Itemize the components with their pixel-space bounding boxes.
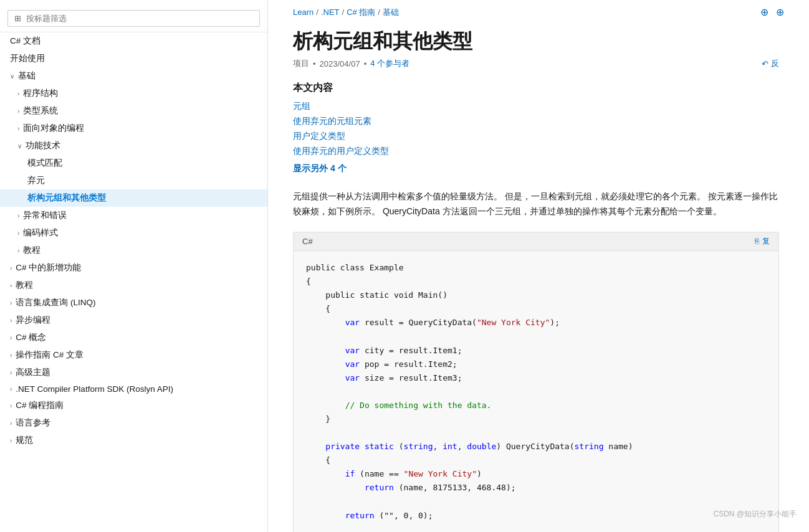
- toc-item-link[interactable]: 使用弃元的元组元素: [293, 116, 371, 126]
- nav-item-label: 面向对象的编程: [23, 123, 84, 134]
- chevron-icon: ∨: [17, 143, 22, 150]
- nav-item-label: 教程: [16, 280, 33, 291]
- nav-item-label: 开始使用: [10, 53, 45, 64]
- main-content: Learn / .NET / C# 指南 / 基础 ⊕ ⊕ 析构元组和其他类型 …: [268, 0, 809, 532]
- sidebar-item-how-to[interactable]: ›操作指南 C# 文章: [0, 346, 267, 364]
- breadcrumb-item-1[interactable]: .NET: [321, 7, 340, 17]
- sidebar-item-concepts[interactable]: ›C# 概念: [0, 329, 267, 346]
- article-intro: 元组提供一种从方法调用中检索多个值的轻量级方法。 但是，一旦检索到元组，就必须处…: [293, 189, 779, 219]
- sidebar-item-discards[interactable]: 弃元: [0, 172, 267, 189]
- nav-item-label: 编码样式: [23, 227, 58, 239]
- code-header: C# ⎘ 复: [294, 232, 778, 251]
- sidebar-item-async[interactable]: ›异步编程: [0, 311, 267, 329]
- sidebar-item-csharp-docs[interactable]: C# 文档: [0, 32, 267, 50]
- code-line: }: [306, 412, 766, 426]
- sidebar-item-tutorials[interactable]: ›教程: [0, 242, 267, 259]
- chevron-icon: ›: [10, 352, 12, 359]
- sidebar-item-csharp-guide[interactable]: ›C# 编程指南: [0, 397, 267, 414]
- nav-item-label: 异步编程: [16, 315, 50, 326]
- sidebar-item-type-system[interactable]: ›类型系统: [0, 102, 267, 120]
- code-line: [306, 495, 766, 509]
- toc-item-link[interactable]: 元组: [293, 101, 310, 111]
- chevron-icon: ›: [17, 230, 19, 237]
- meta-project: 项目: [293, 58, 309, 69]
- toc-more-link[interactable]: 显示另外 4 个: [293, 163, 347, 174]
- chevron-icon: ›: [10, 300, 12, 306]
- code-line: return ("", 0, 0);: [306, 509, 766, 523]
- nav-item-label: 操作指南 C# 文章: [16, 349, 84, 361]
- sidebar-item-functional-tech[interactable]: ∨功能技术: [0, 137, 267, 154]
- copy-button[interactable]: ⎘ 复: [755, 236, 770, 247]
- sidebar-item-program-structure[interactable]: ›程序结构: [0, 85, 267, 102]
- article-meta: 项目 • 2023/04/07 • 4 个参与者 ↶ 反: [293, 58, 779, 69]
- feedback-label: 反: [771, 58, 779, 69]
- code-block: C# ⎘ 复 public class Example{ public stat…: [293, 232, 779, 532]
- sidebar-item-roslyn[interactable]: ›.NET Compiler Platform SDK (Roslyn API): [0, 381, 267, 397]
- chevron-icon: ›: [10, 317, 12, 324]
- nav-item-label: 规范: [16, 435, 33, 446]
- globe-icon[interactable]: ⊕: [760, 6, 768, 18]
- chevron-icon: ›: [10, 282, 12, 289]
- nav-item-label: 异常和错误: [23, 210, 67, 221]
- sidebar-item-spec[interactable]: ›规范: [0, 432, 267, 449]
- chevron-icon: ›: [17, 125, 19, 132]
- nav-item-label: C# 编程指南: [16, 400, 64, 411]
- sidebar-item-lang-ref[interactable]: ›语言参考: [0, 414, 267, 432]
- chevron-icon: ›: [10, 420, 12, 427]
- nav-item-label: 高级主题: [16, 367, 50, 378]
- code-line: {: [306, 302, 766, 316]
- toc-title: 本文内容: [293, 82, 779, 95]
- chevron-icon: ›: [10, 386, 12, 392]
- nav-list: C# 文档开始使用∨基础›程序结构›类型系统›面向对象的编程∨功能技术模式匹配弃…: [0, 32, 267, 449]
- breadcrumb-item-3[interactable]: 基础: [383, 7, 399, 18]
- toc-item-link[interactable]: 用户定义类型: [293, 131, 345, 141]
- chevron-icon: ›: [10, 402, 12, 409]
- chevron-icon: ›: [10, 437, 12, 444]
- nav-item-label: 弃元: [27, 175, 45, 186]
- breadcrumb-separator: /: [342, 7, 345, 17]
- chevron-icon: ›: [10, 335, 12, 341]
- code-line: {: [306, 454, 766, 467]
- nav-item-label: 模式匹配: [27, 158, 62, 169]
- code-line: [306, 426, 766, 440]
- nav-item-label: C# 中的新增功能: [16, 262, 81, 273]
- sidebar-item-oop[interactable]: ›面向对象的编程: [0, 120, 267, 137]
- feedback-button[interactable]: ↶ 反: [762, 58, 779, 69]
- sidebar-item-tutorials2[interactable]: ›教程: [0, 277, 267, 294]
- chevron-icon: ∨: [10, 73, 14, 80]
- sidebar-item-getting-started[interactable]: 开始使用: [0, 50, 267, 67]
- meta-dot2: •: [364, 59, 367, 69]
- sidebar: ⊞ C# 文档开始使用∨基础›程序结构›类型系统›面向对象的编程∨功能技术模式匹…: [0, 0, 268, 532]
- breadcrumb-bar: Learn / .NET / C# 指南 / 基础 ⊕ ⊕: [268, 0, 809, 23]
- chevron-icon: ›: [17, 247, 19, 254]
- sidebar-item-new-features[interactable]: ›C# 中的新增功能: [0, 259, 267, 277]
- meta-dot: •: [313, 59, 316, 69]
- breadcrumb-item-0[interactable]: Learn: [293, 7, 314, 17]
- breadcrumb-item-2[interactable]: C# 指南: [347, 7, 375, 18]
- breadcrumb: Learn / .NET / C# 指南 / 基础: [293, 7, 399, 18]
- breadcrumb-icons: ⊕ ⊕: [760, 6, 784, 18]
- code-line: if (name == "New York City"): [306, 467, 766, 481]
- toc-item-link[interactable]: 使用弃元的用户定义类型: [293, 146, 389, 156]
- sidebar-item-advanced[interactable]: ›高级主题: [0, 364, 267, 381]
- sidebar-item-deconstruct[interactable]: 析构元组和其他类型: [0, 189, 267, 207]
- copy-icon: ⎘: [755, 237, 759, 245]
- chevron-icon: ›: [17, 108, 19, 115]
- copy-label: 复: [762, 236, 770, 247]
- sidebar-item-linq[interactable]: ›语言集成查询 (LINQ): [0, 294, 267, 311]
- toc-section: 本文内容 元组使用弃元的元组元素用户定义类型使用弃元的用户定义类型 显示另外 4…: [293, 82, 779, 174]
- meta-contributors[interactable]: 4 个参与者: [370, 58, 409, 69]
- sidebar-item-exceptions[interactable]: ›异常和错误: [0, 207, 267, 224]
- nav-item-label: 功能技术: [26, 140, 60, 151]
- search-input[interactable]: [26, 14, 253, 23]
- sidebar-item-pattern-matching[interactable]: 模式匹配: [0, 154, 267, 172]
- sidebar-item-coding-style[interactable]: ›编码样式: [0, 224, 267, 242]
- nav-item-label: 语言参考: [16, 417, 50, 429]
- plus-icon[interactable]: ⊕: [776, 6, 784, 18]
- search-input-wrap[interactable]: ⊞: [7, 10, 260, 27]
- code-line: var city = result.Item1;: [306, 344, 766, 358]
- toc-item: 元组: [293, 101, 779, 112]
- code-line: [306, 330, 766, 343]
- nav-item-label: 教程: [23, 245, 41, 256]
- sidebar-item-basics[interactable]: ∨基础: [0, 67, 267, 85]
